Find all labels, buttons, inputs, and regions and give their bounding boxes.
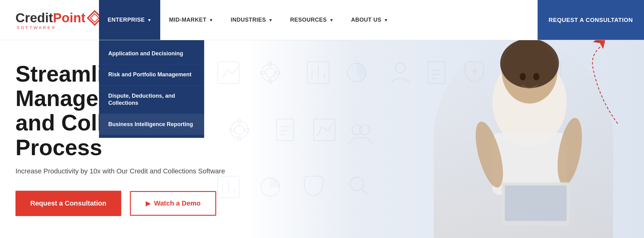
main-nav: ENTERPRISE ▼ MID-MARKET ▼ INDUSTRIES ▼ R…	[99, 0, 644, 40]
consultation-button[interactable]: Request a Consultation	[15, 191, 121, 216]
play-icon: ▶	[146, 200, 150, 207]
watch-demo-button[interactable]: ▶ Watch a Demo	[130, 191, 217, 216]
watch-demo-label: Watch a Demo	[154, 199, 201, 207]
chevron-down-icon: ▼	[329, 18, 334, 23]
header: Credit Point SOFTWARE® ENTERPRISE ▼ MID-…	[0, 0, 644, 40]
hero-buttons: Request a Consultation ▶ Watch a Demo	[15, 191, 247, 216]
svg-point-76	[500, 40, 559, 88]
dropdown-item-bi[interactable]: Business Intelligence Reporting	[99, 114, 204, 135]
svg-point-83	[533, 73, 539, 80]
enterprise-dropdown: Application and Decisioning Risk and Por…	[99, 40, 204, 138]
nav-item-enterprise[interactable]: ENTERPRISE ▼	[99, 0, 160, 40]
logo-credit-text: Credit	[15, 11, 53, 25]
logo: Credit Point	[15, 10, 103, 26]
svg-rect-58	[276, 119, 293, 141]
paper-plane	[562, 37, 624, 130]
logo-area[interactable]: Credit Point SOFTWARE®	[0, 10, 99, 30]
nav-item-resources[interactable]: RESOURCES ▼	[281, 0, 342, 40]
svg-point-70	[350, 177, 363, 191]
dropdown-item-application[interactable]: Application and Decisioning	[99, 43, 204, 64]
chevron-down-icon: ▼	[268, 18, 273, 23]
chevron-down-icon: ▼	[209, 18, 213, 23]
dropdown-item-dispute[interactable]: Dispute, Deductions, and Collections	[99, 86, 204, 114]
hero-subtitle: Increase Productivity by 10x with Our Cr…	[15, 167, 247, 175]
svg-rect-81	[505, 185, 567, 221]
dropdown-item-risk[interactable]: Risk and Portfolio Management	[99, 64, 204, 85]
svg-point-29	[265, 68, 275, 77]
nav-item-mid-market[interactable]: MID-MARKET ▼	[160, 0, 222, 40]
svg-marker-85	[90, 14, 99, 22]
nav-item-about-us[interactable]: ABOUT US ▼	[342, 0, 397, 40]
svg-point-28	[261, 64, 279, 81]
logo-software-text: SOFTWARE®	[17, 25, 56, 30]
svg-point-82	[520, 73, 526, 80]
chevron-down-icon: ▼	[147, 18, 152, 23]
chevron-down-icon: ▼	[384, 18, 388, 23]
svg-rect-62	[313, 119, 335, 141]
nav-cta-button[interactable]: REQUEST A CONSULTATION	[538, 0, 644, 40]
nav-item-industries[interactable]: INDUSTRIES ▼	[222, 0, 281, 40]
svg-point-63	[352, 125, 362, 135]
logo-point-text: Point	[53, 11, 85, 25]
